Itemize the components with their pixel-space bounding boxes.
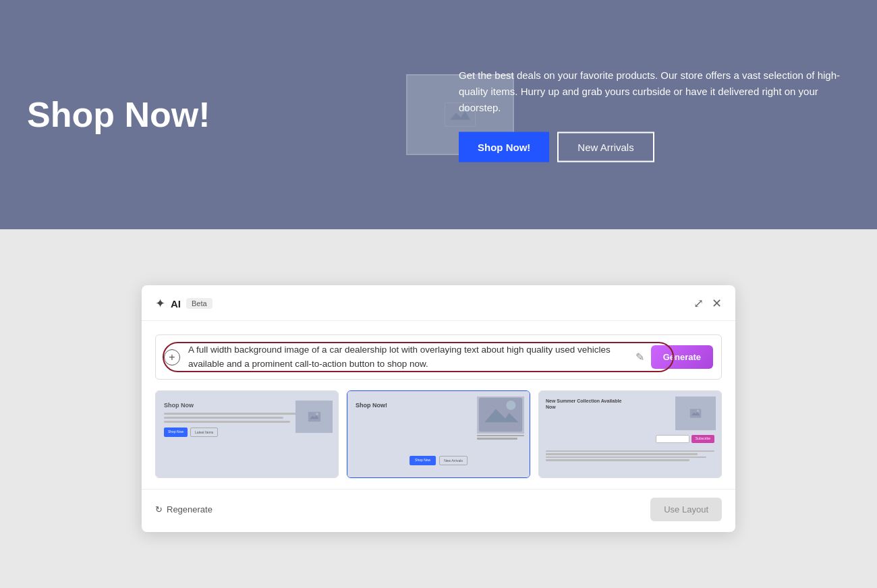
ai-dialog: ✦ AI Beta ⤢ ✕ + A full width background … <box>142 285 735 532</box>
ai-prompt-area: + A full width background image of a car… <box>142 321 735 390</box>
svg-rect-2 <box>308 412 320 421</box>
lp1-latest-items: Latest Items <box>190 428 218 437</box>
ai-edit-icon[interactable]: ✎ <box>635 351 644 363</box>
lp1-image-icon <box>308 410 321 423</box>
ai-prompt-container: + A full width background image of a car… <box>155 334 722 380</box>
lp2-image-icon <box>477 396 524 434</box>
regenerate-label: Regenerate <box>167 504 213 514</box>
lp3-input <box>656 435 689 443</box>
ai-dialog-controls: ⤢ ✕ <box>694 297 722 310</box>
ai-add-button[interactable]: + <box>164 349 180 365</box>
main-content: ✦ AI Beta ⤢ ✕ + A full width background … <box>0 229 877 588</box>
ai-beta-badge: Beta <box>186 298 213 309</box>
layout-preview-2: Shop Now! Shop Now New A <box>347 391 530 477</box>
layout-card-2[interactable]: Shop Now! Shop Now New A <box>347 390 530 478</box>
ai-dialog-header: ✦ AI Beta ⤢ ✕ <box>142 285 735 321</box>
lp2-shop-now: Shop Now <box>409 456 436 465</box>
minimize-icon[interactable]: ⤢ <box>694 297 704 310</box>
sparkle-icon: ✦ <box>155 296 165 311</box>
hero-description: Get the best deals on your favorite prod… <box>459 67 850 116</box>
ai-use-layout-button[interactable]: Use Layout <box>650 498 722 521</box>
svg-point-3 <box>316 413 318 415</box>
lp2-desc-area <box>477 435 524 441</box>
lp1-title: Shop Now <box>164 402 194 409</box>
layout-card-1[interactable]: Shop Now Shop Now Latest Items <box>155 390 339 478</box>
layout-preview-1: Shop Now Shop Now Latest Items <box>156 391 338 477</box>
lp1-shop-now: Shop Now <box>164 428 188 437</box>
hero-title: Shop Now! <box>27 94 210 135</box>
lp2-title: Shop Now! <box>356 402 387 409</box>
layout-preview-3: New Summer Collection Available Now Subs… <box>539 391 721 477</box>
lp2-new-arrivals: New Arrivals <box>439 456 468 465</box>
layout-card-3[interactable]: New Summer Collection Available Now Subs… <box>538 390 722 478</box>
lp2-buttons: Shop Now New Arrivals <box>409 456 468 465</box>
svg-rect-6 <box>690 409 702 417</box>
lp1-buttons: Shop Now Latest Items <box>164 428 218 437</box>
close-icon[interactable]: ✕ <box>712 297 722 310</box>
hero-buttons: Shop Now! New Arrivals <box>459 132 850 163</box>
new-arrivals-button[interactable]: New Arrivals <box>557 132 654 163</box>
lp3-cta-area: Subscribe <box>656 435 714 443</box>
lp2-image <box>477 396 524 434</box>
lp1-image <box>295 401 333 433</box>
lp3-image-icon <box>689 407 702 419</box>
svg-point-5 <box>506 401 515 410</box>
ai-generate-button[interactable]: Generate <box>651 345 713 369</box>
hero-section: Shop Now! Get the best deals on your fav… <box>0 0 877 229</box>
svg-point-7 <box>697 409 700 412</box>
ai-regenerate-button[interactable]: ↻ Regenerate <box>155 504 213 514</box>
lp1-desc-lines <box>164 413 304 425</box>
lp3-image <box>675 396 716 430</box>
lp3-desc-lines <box>546 450 714 463</box>
ai-layouts-area: Shop Now Shop Now Latest Items <box>142 390 735 489</box>
ai-title-group: ✦ AI Beta <box>155 296 213 311</box>
ai-label: AI <box>171 298 181 310</box>
shop-now-button[interactable]: Shop Now! <box>459 132 549 163</box>
lp3-title: New Summer Collection Available Now <box>546 398 627 410</box>
regenerate-icon: ↻ <box>155 504 163 514</box>
ai-prompt-text: A full width background image of a car d… <box>188 343 629 371</box>
hero-content-right: Get the best deals on your favorite prod… <box>459 67 850 163</box>
lp3-subscribe-btn: Subscribe <box>691 435 714 443</box>
ai-dialog-footer: ↻ Regenerate Use Layout <box>142 489 735 532</box>
